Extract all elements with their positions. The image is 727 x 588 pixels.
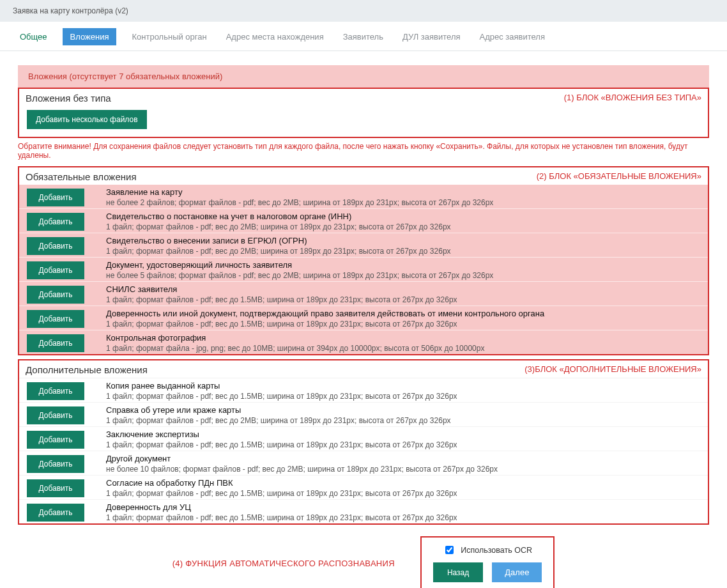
tab-6[interactable]: Адрес заявителя [476, 28, 549, 45]
add-button[interactable]: Добавить [27, 334, 84, 352]
attachment-title: Копия ранее выданной карты [106, 381, 700, 391]
attachment-title: Доверенность для УЦ [106, 502, 700, 512]
attachment-title: Другой документ [106, 454, 700, 463]
required-attachments-block: Обязательные вложения (2) БЛОК «ОБЯЗАТЕЛ… [18, 166, 709, 355]
required-heading: Обязательные вложения [26, 171, 137, 182]
attachment-desc: не более 2 файлов; формат файлов - pdf; … [106, 198, 700, 207]
attachment-row: ДобавитьЗаключение экспертизы1 файл; фор… [19, 426, 708, 451]
attachment-title: Заявление на карту [106, 187, 700, 197]
attachment-row: ДобавитьСправка об утере или краже карты… [19, 402, 708, 426]
add-button[interactable]: Добавить [27, 431, 84, 449]
tab-4[interactable]: Заявитель [339, 28, 387, 45]
attachment-desc: 1 файл; формат файлов - pdf; вес до 1.5M… [106, 295, 700, 304]
attachment-row: ДобавитьДоверенность для УЦ1 файл; форма… [19, 499, 708, 523]
add-button[interactable]: Добавить [27, 310, 84, 328]
save-warning-note: Обратите внимание! Для сохранения файлов… [18, 138, 709, 166]
add-button[interactable]: Добавить [27, 479, 84, 497]
attachment-desc: 1 файл; формат файлов - pdf; вес до 1.5M… [106, 392, 700, 401]
annotation-optional: (3)БЛОК «ДОПОЛНИТЕЛЬНЫЕ ВЛОЖЕНИЯ» [524, 364, 701, 374]
attachment-title: Согласие на обработку ПДн ПВК [106, 478, 700, 488]
missing-attachments-alert: Вложения (отсутствует 7 обязательных вло… [18, 65, 709, 88]
optional-heading: Дополнительные вложения [26, 364, 148, 375]
untyped-heading: Вложения без типа [26, 93, 111, 104]
attachment-row: ДобавитьСНИЛС заявителя1 файл; формат фа… [19, 281, 708, 306]
attachment-desc: 1 файл; формат файлов - pdf; вес до 1.5M… [106, 489, 700, 498]
page-title: Заявка на карту контролёра (v2) [0, 0, 727, 22]
annotation-untyped: (1) БЛОК «ВЛОЖЕНИЯ БЕЗ ТИПА» [564, 93, 701, 102]
tab-1[interactable]: Вложения [63, 28, 117, 45]
attachment-row: ДобавитьСогласие на обработку ПДн ПВК1 ф… [19, 475, 708, 499]
add-button[interactable]: Добавить [27, 189, 84, 206]
attachment-row: ДобавитьКопия ранее выданной карты1 файл… [19, 378, 708, 402]
add-button[interactable]: Добавить [27, 406, 84, 424]
attachment-desc: 1 файл; формат файлов - pdf; вес до 2MB;… [106, 222, 700, 231]
add-button[interactable]: Добавить [27, 382, 84, 400]
attachment-row: ДобавитьЗаявление на картуне более 2 фай… [19, 185, 708, 208]
attachment-row: ДобавитьСвидетельство о постановке на уч… [19, 208, 708, 233]
add-button[interactable]: Добавить [27, 286, 84, 304]
attachment-title: Справка об утере или краже карты [106, 405, 700, 415]
tab-3[interactable]: Адрес места нахождения [222, 28, 328, 45]
attachment-desc: не более 5 файлов; формат файлов - pdf; … [106, 271, 700, 280]
add-button[interactable]: Добавить [27, 455, 84, 473]
attachment-row: ДобавитьДоверенность или иной документ, … [19, 306, 708, 330]
add-multiple-files-button[interactable]: Добавить несколько файлов [27, 110, 147, 129]
tab-0[interactable]: Общее [16, 28, 51, 45]
attachment-title: Доверенность или иной документ, подтверж… [106, 309, 700, 318]
attachment-title: Свидетельство о постановке на учет в нал… [106, 212, 700, 221]
add-button[interactable]: Добавить [27, 261, 84, 279]
optional-attachments-block: Дополнительные вложения (3)БЛОК «ДОПОЛНИ… [18, 359, 709, 525]
tab-5[interactable]: ДУЛ заявителя [399, 28, 464, 45]
attachment-row: ДобавитьКонтрольная фотография1 файл; фо… [19, 330, 708, 354]
attachment-row: ДобавитьСвидетельство о внесении записи … [19, 233, 708, 257]
attachment-desc: 1 файл; формат файлов - pdf; вес до 1.5M… [106, 440, 700, 449]
attachment-title: Контрольная фотография [106, 333, 700, 343]
annotation-required: (2) БЛОК «ОБЯЗАТЕЛЬНЫЕ ВЛОЖЕНИЯ» [537, 171, 701, 181]
attachment-row: ДобавитьДругой документне более 10 файло… [19, 451, 708, 475]
add-button[interactable]: Добавить [27, 237, 84, 255]
tab-2[interactable]: Контрольный орган [128, 28, 210, 45]
attachment-title: Документ, удостоверяющий личность заявит… [106, 260, 700, 270]
use-ocr-label[interactable]: Использовать OCR [443, 544, 532, 556]
attachment-desc: 1 файл; формат файлов - pdf; вес до 2MB;… [106, 247, 700, 256]
tabs: ОбщееВложенияКонтрольный органАдрес мест… [0, 22, 727, 51]
attachment-row: ДобавитьДокумент, удостоверяющий личност… [19, 257, 708, 281]
ocr-action-box: Использовать OCR Назад Далее [420, 536, 555, 588]
attachment-desc: 1 файл; формат файла - jpg, png; вес до … [106, 344, 700, 353]
annotation-ocr: (4) ФУНКЦИЯ АВТОМАТИЧЕСКОГО РАСПОЗНАВАНИ… [172, 559, 395, 568]
attachment-desc: 1 файл; формат файлов - pdf; вес до 2MB;… [106, 416, 700, 425]
next-button[interactable]: Далее [492, 562, 542, 582]
add-button[interactable]: Добавить [27, 504, 84, 522]
add-button[interactable]: Добавить [27, 213, 84, 231]
back-button[interactable]: Назад [433, 562, 483, 582]
attachment-title: Заключение экспертизы [106, 429, 700, 439]
attachment-desc: не более 10 файлов; формат файлов - pdf;… [106, 465, 700, 474]
attachment-title: Свидетельство о внесении записи в ЕГРЮЛ … [106, 236, 700, 245]
attachment-title: СНИЛС заявителя [106, 284, 700, 294]
use-ocr-checkbox[interactable] [445, 546, 454, 554]
attachment-desc: 1 файл; формат файлов - pdf; вес до 1.5M… [106, 513, 700, 522]
untyped-attachments-block: Вложения без типа (1) БЛОК «ВЛОЖЕНИЯ БЕЗ… [18, 88, 709, 138]
attachment-desc: 1 файл; формат файлов - pdf; вес до 1.5M… [106, 320, 700, 329]
use-ocr-text: Использовать OCR [461, 546, 532, 555]
